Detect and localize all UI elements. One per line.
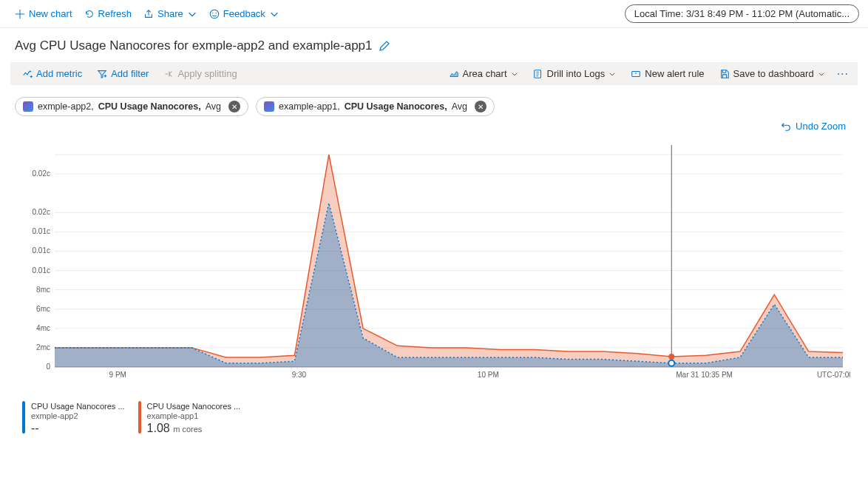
feedback-label: Feedback	[223, 8, 265, 19]
drill-logs-button[interactable]: Drill into Logs	[526, 65, 624, 82]
legend-value: 1.08 m cores	[147, 422, 241, 435]
alert-icon	[631, 69, 641, 79]
add-filter-label: Add filter	[111, 68, 149, 79]
undo-zoom-row: Undo Zoom	[0, 119, 868, 133]
pill-agg: Avg	[206, 101, 221, 112]
svg-text:10 PM: 10 PM	[478, 371, 499, 379]
remove-pill-button[interactable]: ✕	[475, 101, 486, 112]
top-toolbar: New chart Refresh Share Feedback Local T…	[0, 0, 868, 28]
legend-resource: example-app1	[147, 411, 241, 420]
svg-text:0: 0	[46, 363, 50, 371]
svg-text:0.01c: 0.01c	[33, 246, 50, 255]
new-alert-label: New alert rule	[645, 68, 704, 79]
undo-zoom-button[interactable]: Undo Zoom	[781, 121, 846, 132]
refresh-button[interactable]: Refresh	[78, 5, 138, 22]
svg-text:0.02c: 0.02c	[33, 208, 50, 216]
svg-point-2	[215, 12, 216, 13]
svg-point-33	[668, 354, 674, 360]
svg-text:0.02c: 0.02c	[33, 169, 50, 178]
share-button[interactable]: Share	[138, 5, 203, 22]
drill-logs-label: Drill into Logs	[547, 68, 606, 79]
legend-item[interactable]: CPU Usage Nanocores ...exmple-app2--	[22, 401, 125, 435]
chart-title-row: Avg CPU Usage Nanocores for exmple-app2 …	[0, 28, 868, 58]
svg-text:2mc: 2mc	[36, 343, 50, 351]
svg-point-0	[210, 10, 218, 18]
splitting-icon	[163, 69, 174, 79]
feedback-icon	[209, 9, 220, 19]
metric-pills: exmple-app2,CPU Usage Nanocores,Avg✕exam…	[0, 90, 868, 119]
svg-text:6mc: 6mc	[36, 305, 50, 313]
chart-title: Avg CPU Usage Nanocores for exmple-app2 …	[15, 38, 373, 53]
apply-splitting-button: Apply splitting	[156, 65, 244, 82]
share-icon	[143, 9, 154, 19]
svg-text:0.01c: 0.01c	[33, 227, 50, 235]
svg-text:0.01c: 0.01c	[33, 266, 50, 275]
resource-icon	[23, 101, 33, 112]
svg-text:9 PM: 9 PM	[109, 371, 126, 379]
chevron-down-icon	[511, 70, 518, 78]
area-chart-icon	[449, 69, 459, 79]
legend-resource: exmple-app2	[31, 411, 125, 420]
remove-pill-button[interactable]: ✕	[228, 101, 240, 112]
legend-color-bar	[22, 401, 25, 434]
svg-point-34	[668, 360, 674, 366]
legend-metric-name: CPU Usage Nanocores ...	[147, 401, 241, 411]
edit-icon[interactable]	[379, 40, 390, 52]
resource-icon	[264, 101, 274, 112]
legend-block: CPU Usage Nanocores ...exmple-app2-- CPU…	[0, 392, 868, 444]
chart-svg[interactable]: 02mc4mc6mc8mc0.01c0.01c0.01c0.02c0.02c9 …	[18, 138, 850, 389]
share-label: Share	[157, 8, 183, 19]
apply-splitting-label: Apply splitting	[177, 68, 237, 79]
metric-toolbar: Add metric Add filter Apply splitting Ar…	[10, 62, 858, 85]
plus-icon	[15, 9, 25, 19]
refresh-label: Refresh	[98, 8, 132, 19]
legend-color-bar	[138, 401, 141, 434]
logs-icon	[533, 69, 543, 79]
save-icon	[719, 69, 730, 79]
add-metric-icon	[22, 69, 33, 79]
time-range-selector[interactable]: Local Time: 3/31 8:49 PM - 11:02 PM (Aut…	[625, 4, 859, 23]
metric-pill[interactable]: exmple-app2,CPU Usage Nanocores,Avg✕	[15, 97, 248, 116]
legend-metric-name: CPU Usage Nanocores ...	[31, 401, 125, 411]
chevron-down-icon	[608, 70, 616, 78]
pill-metric: CPU Usage Nanocores,	[98, 101, 201, 112]
svg-text:9:30: 9:30	[292, 371, 307, 379]
pill-resource: example-app1,	[279, 101, 340, 112]
save-dashboard-label: Save to dashboard	[733, 68, 814, 79]
chart-type-selector[interactable]: Area chart	[441, 65, 526, 82]
svg-point-1	[212, 12, 213, 13]
filter-icon	[97, 69, 107, 79]
feedback-button[interactable]: Feedback	[203, 5, 285, 22]
svg-text:Mar 31 10:35 PM: Mar 31 10:35 PM	[676, 371, 733, 379]
new-chart-button[interactable]: New chart	[9, 5, 78, 22]
new-chart-label: New chart	[29, 8, 72, 19]
metric-pill[interactable]: example-app1,CPU Usage Nanocores,Avg✕	[256, 97, 495, 116]
add-filter-button[interactable]: Add filter	[89, 65, 156, 82]
pill-metric: CPU Usage Nanocores,	[345, 101, 447, 112]
undo-zoom-label: Undo Zoom	[796, 121, 846, 132]
chart-area[interactable]: 02mc4mc6mc8mc0.01c0.01c0.01c0.02c0.02c9 …	[18, 138, 850, 392]
new-alert-button[interactable]: New alert rule	[623, 65, 711, 82]
chevron-down-icon	[269, 9, 279, 19]
legend-item[interactable]: CPU Usage Nanocores ...example-app11.08 …	[138, 401, 241, 435]
pill-agg: Avg	[452, 101, 467, 112]
chevron-down-icon	[818, 70, 825, 78]
svg-text:UTC-07:00: UTC-07:00	[817, 371, 850, 379]
svg-text:8mc: 8mc	[36, 286, 50, 294]
refresh-icon	[84, 9, 95, 19]
add-metric-button[interactable]: Add metric	[15, 65, 89, 82]
chart-type-label: Area chart	[463, 68, 507, 79]
save-dashboard-button[interactable]: Save to dashboard	[712, 65, 833, 82]
svg-text:4mc: 4mc	[36, 324, 50, 332]
more-actions-button[interactable]: ···	[833, 67, 853, 81]
add-metric-label: Add metric	[36, 68, 82, 79]
undo-icon	[781, 121, 791, 132]
pill-resource: exmple-app2,	[38, 101, 94, 112]
svg-point-3	[30, 70, 32, 72]
legend-value: --	[31, 422, 125, 435]
chevron-down-icon	[187, 9, 197, 19]
